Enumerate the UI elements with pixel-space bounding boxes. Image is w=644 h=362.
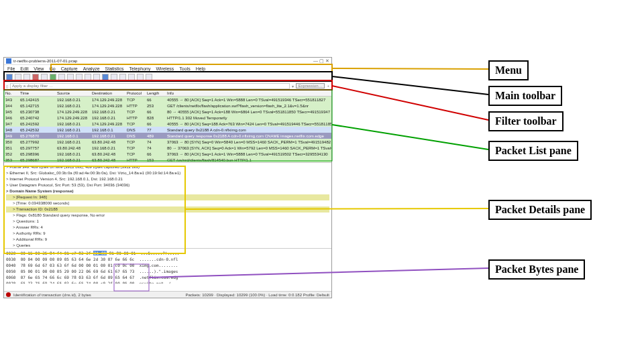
toolbar-button[interactable] — [76, 74, 83, 80]
app-icon — [6, 58, 11, 64]
detail-line[interactable]: > User Datagram Protocol, Src Port: 53 (… — [6, 182, 329, 188]
packet-row[interactable]: 34865.242532192.168.0.21192.168.0.1DNS77… — [4, 127, 331, 133]
bytes-line[interactable]: 0050 05 00 01 00 00 05 29 00 22 06 69 6d… — [6, 268, 329, 274]
svg-line-6 — [332, 68, 488, 69]
packet-row[interactable]: 34565.230738174.129.249.228192.168.0.21T… — [4, 109, 331, 115]
detail-line[interactable]: > Domain Name System (response) — [6, 188, 329, 194]
toolbar-button[interactable] — [128, 74, 135, 80]
toolbar-button[interactable] — [23, 74, 30, 80]
col-dst[interactable]: Destination — [91, 91, 125, 95]
bytes-line[interactable]: 0060 07 6e 65 74 66 6c 69 78 03 63 6f 6d… — [6, 274, 329, 280]
status-bar: Identification of transaction (dns.id), … — [4, 291, 331, 298]
packet-row[interactable]: 35265.298396192.168.0.2163.80.242.48TCP6… — [4, 151, 331, 157]
detail-line[interactable]: > Answer RRs: 4 — [6, 225, 329, 231]
packet-row[interactable]: 35065.277992192.168.0.2163.80.242.48TCP7… — [4, 139, 331, 145]
filter-toolbar[interactable]: ▯ ▾ Expression… + — [4, 82, 331, 90]
menu-item-tools[interactable]: Tools — [179, 66, 190, 71]
menu-item-wireless[interactable]: Wireless — [156, 66, 174, 71]
toolbar-button[interactable] — [111, 74, 117, 80]
window-controls[interactable]: — ▢ ✕ — [313, 58, 329, 64]
toolbar-button[interactable] — [67, 74, 74, 80]
packet-row[interactable]: 34765.241592192.168.0.21174.129.249.228T… — [4, 121, 331, 127]
menu-item-go[interactable]: Go — [49, 66, 55, 71]
menu-item-telephony[interactable]: Telephony — [129, 66, 151, 71]
col-proto[interactable]: Protocol — [125, 91, 146, 95]
label-list: Packet List pane — [488, 141, 578, 161]
toolbar-button[interactable] — [137, 74, 144, 80]
packet-list-pane[interactable]: No. Time Source Destination Protocol Len… — [4, 90, 331, 163]
toolbar-button[interactable] — [50, 74, 56, 80]
filter-plus-icon[interactable]: + — [327, 84, 329, 88]
col-time[interactable]: Time — [19, 91, 56, 95]
svg-line-7 — [332, 76, 488, 95]
packet-row[interactable]: 34365.142415192.168.0.21174.129.249.228T… — [4, 97, 331, 103]
menu-item-capture[interactable]: Capture — [61, 66, 78, 71]
toolbar-button[interactable] — [15, 74, 21, 80]
detail-line[interactable]: > Frame 349: 489 bytes on wire (3912 bit… — [6, 164, 329, 170]
detail-line[interactable]: > Transaction ID: 0x2188 — [6, 206, 329, 213]
detail-line[interactable]: > Internet Protocol Version 4, Src: 192.… — [6, 176, 329, 182]
menu-bar[interactable]: FileEditViewGoCaptureAnalyzeStatisticsTe… — [4, 65, 331, 72]
detail-line[interactable]: > [Time: 0.034338000 seconds] — [6, 200, 329, 206]
bytes-line[interactable]: 0070 65 73 75 69 74 65 03 6e 65 74 00 c0… — [6, 280, 329, 284]
toolbar-button[interactable] — [58, 74, 65, 80]
svg-line-9 — [332, 125, 488, 149]
packet-row[interactable]: 34465.142715192.168.0.21174.129.249.228H… — [4, 103, 331, 109]
packet-row[interactable]: 35165.29775763.80.242.48192.168.0.21TCP7… — [4, 145, 331, 151]
detail-line[interactable]: > Authority RRs: 9 — [6, 231, 329, 237]
label-filter: Filter toolbar — [488, 111, 564, 131]
menu-item-file[interactable]: File — [7, 66, 15, 71]
col-src[interactable]: Source — [56, 91, 91, 95]
wireshark-window: tr-netflix-problems-2011-07-01.pcap — ▢ … — [3, 57, 332, 298]
titlebar: tr-netflix-problems-2011-07-01.pcap — ▢ … — [4, 58, 331, 65]
toolbar-button[interactable] — [6, 74, 13, 80]
filter-arrow-icon[interactable]: ▾ — [292, 84, 294, 88]
status-left: Identification of transaction (dns.id), … — [13, 293, 91, 297]
detail-line[interactable]: > [Request In: 348] — [6, 194, 329, 200]
toolbar-button[interactable] — [85, 74, 91, 80]
col-info[interactable]: Info — [166, 91, 331, 95]
menu-item-help[interactable]: Help — [196, 66, 205, 71]
packet-row[interactable]: 34665.240742174.129.249.228192.168.0.21H… — [4, 115, 331, 121]
status-right: Packets: 10299 · Displayed: 10299 (100.0… — [186, 293, 329, 297]
label-details: Packet Details pane — [488, 200, 592, 220]
toolbar-button[interactable] — [119, 74, 126, 80]
toolbar-button[interactable] — [32, 74, 39, 80]
toolbar-button[interactable] — [146, 74, 152, 80]
bytes-line[interactable]: 0040 78 69 6d 67 03 63 6f 6d 00 00 01 00… — [6, 262, 329, 268]
main-toolbar[interactable] — [4, 72, 331, 82]
detail-line[interactable]: > Questions: 1 — [6, 219, 329, 225]
packet-bytes-pane[interactable]: 0020 00 15 00 35 84 f4 01 c7 83 3f 21 88… — [4, 249, 331, 284]
packet-row[interactable]: 34965.276870192.168.0.1192.168.0.21DNS48… — [4, 133, 331, 139]
packet-details-pane[interactable]: > Frame 349: 489 bytes on wire (3912 bit… — [4, 163, 331, 249]
detail-line[interactable]: > Ethernet II, Src: Globalsc_00:3b:0a (f… — [6, 170, 329, 176]
label-toolbar: Main toolbar — [488, 86, 562, 106]
packet-list-body[interactable]: 34365.142415192.168.0.21174.129.249.228T… — [4, 97, 331, 163]
menu-item-analyze[interactable]: Analyze — [83, 66, 100, 71]
display-filter-input[interactable] — [10, 83, 290, 89]
svg-line-8 — [332, 86, 488, 120]
toolbar-button[interactable] — [102, 74, 109, 80]
record-icon — [6, 292, 11, 297]
menu-item-view[interactable]: View — [34, 66, 44, 71]
col-len[interactable]: Length — [146, 91, 166, 95]
menu-item-edit[interactable]: Edit — [20, 66, 28, 71]
detail-line[interactable]: > Flags: 0x8180 Standard query response,… — [6, 213, 329, 219]
filter-icon: ▯ — [6, 84, 8, 88]
expression-button[interactable]: Expression… — [296, 83, 325, 88]
packet-list-header: No. Time Source Destination Protocol Len… — [4, 90, 331, 97]
col-no[interactable]: No. — [4, 91, 19, 95]
toolbar-button[interactable] — [41, 74, 48, 80]
bytes-line[interactable]: 0020 00 15 00 35 84 f4 01 c7 83 3f 21 88… — [6, 250, 329, 256]
toolbar-button[interactable] — [93, 74, 100, 80]
window-title: tr-netflix-problems-2011-07-01.pcap — [13, 59, 77, 63]
label-menu: Menu — [488, 60, 529, 80]
detail-line[interactable]: > Additional RRs: 9 — [6, 237, 329, 243]
menu-item-statistics[interactable]: Statistics — [105, 66, 124, 71]
detail-line[interactable]: > Queries — [6, 243, 329, 249]
label-bytes: Packet Bytes pane — [488, 259, 585, 280]
bytes-line[interactable]: 0030 00 04 00 09 00 09 05 63 64 6e 2d 30… — [6, 256, 329, 262]
packet-row[interactable]: 35365.298687192.168.0.2163.80.242.48HTTP… — [4, 157, 331, 163]
